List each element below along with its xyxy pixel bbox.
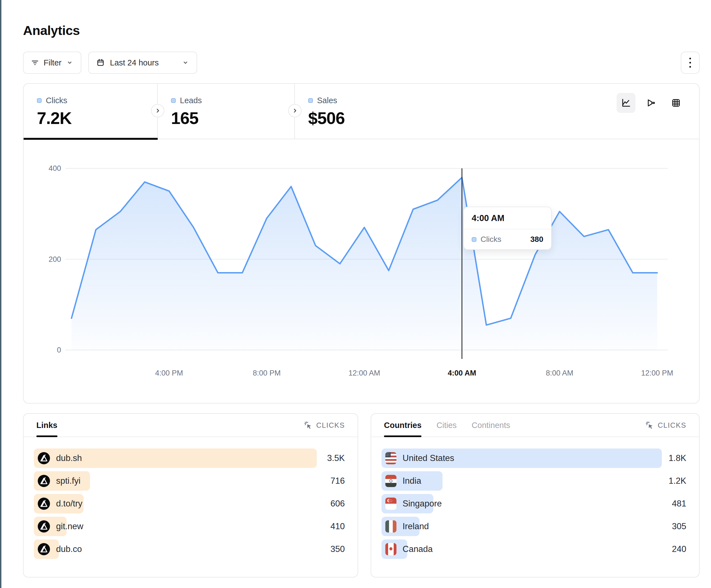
y-axis-label: 400 (48, 164, 61, 173)
links-metric[interactable]: CLICKS (304, 421, 345, 430)
tab-continents[interactable]: Continents (472, 414, 510, 436)
row-value: 481 (672, 499, 686, 509)
row-label: India (403, 476, 421, 486)
x-axis-label: 4:00 PM (155, 369, 183, 377)
stat-label: Sales (317, 96, 337, 105)
active-tab-underline (36, 435, 58, 437)
row-label: git.new (56, 521, 83, 532)
row-label: dub.sh (56, 453, 82, 463)
tab-label: Links (36, 421, 58, 430)
countries-panel-tabs: CountriesCitiesContinents (384, 414, 510, 436)
x-axis-label: 4:00 AM (448, 369, 476, 377)
link-row[interactable]: dub.sh3.5K (34, 449, 345, 468)
row-value: 716 (330, 476, 345, 486)
link-row[interactable]: spti.fyi716 (34, 471, 345, 491)
cursor-click-icon (304, 421, 313, 430)
analytics-chart[interactable]: 40020004:00 PM8:00 PM12:00 AM4:00 AM8:00… (24, 139, 699, 403)
link-row[interactable]: d.to/try606 (34, 494, 345, 513)
stat-legend-chip (171, 98, 176, 103)
stat-value: 165 (171, 109, 294, 128)
country-row[interactable]: Canada240 (382, 540, 686, 559)
grid-icon-button[interactable] (667, 93, 686, 113)
row-value: 3.5K (327, 453, 345, 463)
row-label: dub.co (56, 544, 82, 554)
row-label: United States (403, 453, 454, 463)
funnel-icon (645, 97, 657, 109)
stat-value: 7.2K (37, 109, 157, 128)
x-axis-label: 12:00 PM (641, 369, 673, 377)
page-edge-strip (0, 0, 1, 588)
kebab-icon (689, 58, 691, 59)
stat-label: Clicks (46, 96, 67, 105)
analytics-card: Clicks7.2KLeads165Sales$506 40020004:00 … (23, 83, 699, 404)
series-legend-chip (472, 237, 476, 242)
links-panel: Links CLICKS dub.sh3.5Kspti.fyi716d.to/t… (23, 413, 358, 578)
country-row[interactable]: Ireland305 (382, 517, 686, 536)
dub-favicon (38, 452, 50, 464)
date-range-button[interactable]: Last 24 hours (88, 51, 197, 74)
dub-favicon (38, 543, 50, 555)
stat-tab-leads[interactable]: Leads165 (158, 84, 295, 139)
next-stat-button[interactable] (151, 104, 164, 117)
row-label: Canada (403, 544, 433, 554)
chevron-down-icon (66, 59, 73, 67)
row-label: d.to/try (56, 499, 83, 509)
line-chart-icon-button[interactable] (617, 93, 635, 113)
page-title: Analytics (23, 23, 80, 38)
more-menu-button[interactable] (681, 51, 699, 74)
country-row[interactable]: United States1.8K (382, 449, 686, 468)
x-axis-label: 12:00 AM (348, 369, 380, 377)
stat-legend-chip (37, 98, 42, 103)
country-row[interactable]: India1.2K (382, 471, 686, 491)
tab-label: Countries (384, 421, 422, 430)
calendar-icon (96, 58, 105, 67)
row-label: Ireland (403, 521, 429, 532)
tooltip-series-label: Clicks (480, 235, 501, 244)
links-panel-tabs: Links (36, 414, 58, 436)
tab-label: Cities (436, 421, 457, 430)
stat-tab-sales[interactable]: Sales$506 (295, 84, 450, 139)
row-label: spti.fyi (56, 476, 81, 486)
stat-value: $506 (308, 109, 450, 128)
link-row[interactable]: dub.co350 (34, 540, 345, 559)
grid-icon (670, 97, 682, 109)
tab-countries[interactable]: Countries (384, 414, 422, 436)
line-chart-icon (620, 97, 632, 109)
filter-button[interactable]: Filter (23, 51, 81, 74)
row-value: 410 (330, 521, 345, 532)
links-list: dub.sh3.5Kspti.fyi716d.to/try606git.new4… (34, 449, 345, 562)
row-value: 350 (330, 544, 345, 554)
y-axis-label: 0 (57, 346, 61, 354)
link-row[interactable]: git.new410 (34, 517, 345, 536)
countries-metric[interactable]: CLICKS (645, 421, 686, 430)
date-range-label: Last 24 hours (110, 58, 159, 67)
tooltip-time: 4:00 AM (464, 207, 551, 229)
x-axis-label: 8:00 PM (253, 369, 281, 377)
country-row[interactable]: Singapore481 (382, 494, 686, 513)
cursor-click-icon (645, 421, 654, 430)
us-flag-icon (385, 452, 396, 464)
stat-legend-chip (308, 98, 313, 103)
ca-flag-icon (385, 543, 396, 555)
filter-button-label: Filter (44, 58, 61, 67)
chart-type-toggle (617, 93, 686, 113)
stats-tabs: Clicks7.2KLeads165Sales$506 (24, 84, 699, 139)
funnel-icon-button[interactable] (642, 93, 661, 113)
filter-icon (31, 59, 39, 67)
stat-tab-clicks[interactable]: Clicks7.2K (24, 84, 158, 139)
dub-favicon (38, 498, 50, 510)
x-axis-label: 8:00 AM (546, 369, 573, 377)
countries-metric-label: CLICKS (658, 421, 686, 430)
tab-links[interactable]: Links (36, 414, 58, 436)
tab-cities[interactable]: Cities (436, 414, 457, 436)
dub-favicon (38, 520, 50, 533)
row-value: 240 (672, 544, 686, 554)
row-value: 1.8K (669, 453, 686, 463)
tab-label: Continents (472, 421, 510, 430)
next-stat-button[interactable] (288, 104, 302, 117)
tooltip-value: 380 (530, 235, 543, 244)
dub-favicon (38, 475, 50, 487)
in-flag-icon (385, 475, 396, 487)
active-tab-underline (384, 435, 422, 437)
row-value: 1.2K (669, 476, 686, 486)
